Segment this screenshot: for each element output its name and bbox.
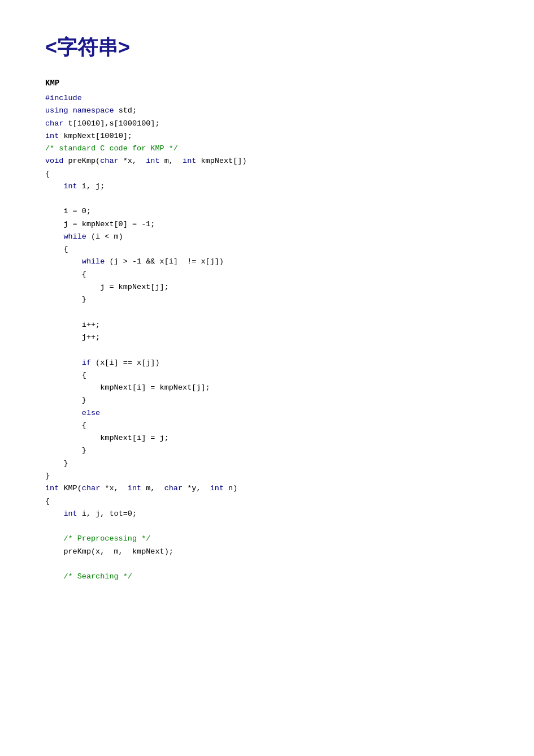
- section-label: KMP: [45, 79, 489, 88]
- code-block: #include using namespace std; char t[100…: [45, 92, 489, 583]
- page-title: <字符串>: [45, 34, 489, 62]
